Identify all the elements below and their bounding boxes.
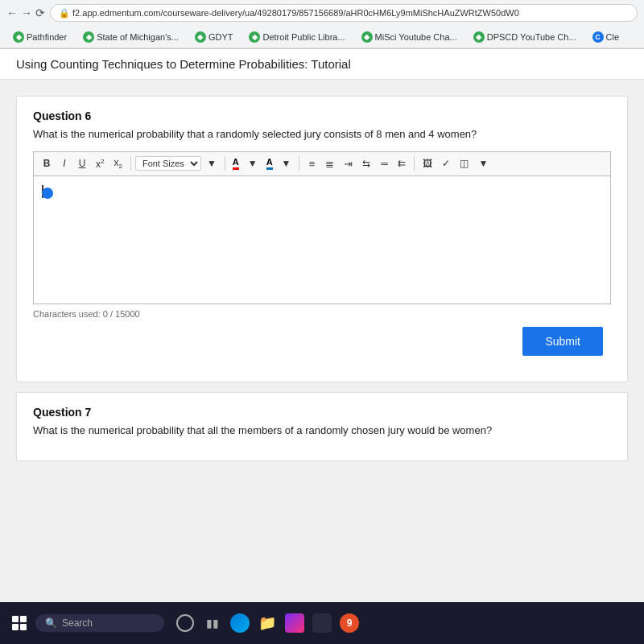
font-color-label: A — [233, 157, 239, 167]
font-color-swatch — [233, 167, 239, 170]
taskbar-cortana-icon[interactable] — [174, 612, 196, 634]
number9-icon: 9 — [340, 613, 359, 633]
highlight-label: A — [266, 157, 273, 167]
bookmark-dpscd[interactable]: ◆ DPSCD YouTube Ch... — [467, 30, 583, 44]
font-color-button[interactable]: A — [229, 156, 242, 171]
question-6-number: Question 6 — [33, 109, 611, 122]
toolbar-divider-3 — [299, 156, 299, 171]
question-7-card: Question 7 What is the numerical probabi… — [16, 392, 628, 461]
editor-area[interactable] — [33, 175, 611, 304]
taskbar-search-box[interactable]: 🔍 Search — [35, 614, 164, 632]
question-7-number: Question 7 — [33, 406, 611, 419]
main-content: Question 6 What is the numerical probabi… — [0, 80, 644, 603]
cortana-circle-icon — [176, 614, 194, 632]
nav-icons: ← → ⟳ — [6, 6, 45, 19]
store-logo-icon — [285, 613, 304, 633]
bookmark-detroit-label: Detroit Public Libra... — [262, 32, 345, 42]
question-6-card: Question 6 What is the numerical probabi… — [16, 96, 628, 382]
bookmark-michigan-label: State of Michigan's... — [97, 32, 179, 42]
toolbar-divider-2 — [225, 156, 225, 171]
bookmark-michigan-icon: ◆ — [83, 31, 94, 43]
highlight-swatch — [266, 167, 273, 170]
bookmark-gdyt[interactable]: ◆ GDYT — [188, 30, 240, 44]
bookmark-c-label: Cle — [606, 32, 620, 42]
taskbar-icons: ▮▮ 📁 9 — [174, 612, 361, 634]
bookmark-gdyt-label: GDYT — [208, 32, 233, 42]
taskbar-dark-icon[interactable] — [311, 612, 333, 634]
back-icon[interactable]: ← — [6, 6, 18, 19]
taskbar-folder-icon[interactable]: 📁 — [256, 612, 279, 634]
taskbar-store-icon[interactable] — [283, 612, 306, 634]
start-button[interactable] — [6, 610, 32, 636]
submit-row: Submit — [33, 327, 611, 356]
bookmark-gdyt-icon: ◆ — [195, 31, 206, 43]
indent-button[interactable]: ⇥ — [340, 156, 357, 171]
bookmark-misci-icon: ◆ — [361, 31, 373, 43]
font-color-dropdown[interactable]: ▼ — [244, 156, 262, 171]
bookmark-detroit-icon: ◆ — [249, 31, 260, 43]
italic-button[interactable]: I — [56, 156, 72, 171]
bookmark-detroit[interactable]: ◆ Detroit Public Libra... — [242, 30, 351, 44]
bookmark-misci[interactable]: ◆ MiSci Youtube Cha... — [355, 30, 464, 44]
unordered-list-button[interactable]: ≡ — [303, 156, 320, 171]
table-dropdown[interactable]: ▼ — [474, 156, 492, 171]
table-button[interactable]: ◫ — [456, 156, 473, 171]
highlight-color-dropdown[interactable]: ▼ — [278, 156, 295, 171]
align-right-button[interactable]: ⇇ — [394, 156, 410, 171]
forward-icon[interactable]: → — [21, 6, 32, 19]
bookmark-dpscd-label: DPSCD YouTube Ch... — [487, 32, 576, 42]
underline-button[interactable]: U — [74, 156, 90, 171]
taskbar-9-icon[interactable]: 9 — [338, 612, 361, 634]
taskbar: 🔍 Search ▮▮ 📁 9 — [0, 602, 644, 644]
highlight-color-button[interactable]: A — [263, 156, 276, 171]
bookmark-pathfinder-icon: ◆ — [13, 31, 24, 43]
page-title: Using Counting Techniques to Determine P… — [16, 57, 351, 71]
question-6-text: What is the numerical probability that a… — [33, 127, 611, 142]
url-box[interactable]: 🔒 f2.app.edmentum.com/courseware-deliver… — [50, 4, 638, 22]
bold-button[interactable]: B — [39, 156, 55, 171]
bookmark-dpscd-icon: ◆ — [473, 31, 485, 43]
toolbar-divider-1 — [130, 156, 131, 171]
taskbar-search-icon: 🔍 — [45, 617, 57, 629]
editor-toolbar: B I U x2 x2 Font Sizes ▼ A ▼ A — [33, 151, 611, 175]
windows-logo-icon — [12, 616, 27, 630]
taskbar-edge-icon[interactable] — [229, 612, 251, 634]
toolbar-divider-4 — [414, 156, 415, 171]
image-button[interactable]: 🖼 — [419, 156, 436, 171]
taskbar-multitask-icon[interactable]: ▮▮ — [201, 612, 224, 634]
reload-icon[interactable]: ⟳ — [35, 6, 45, 19]
bookmark-c-icon: C — [592, 31, 604, 43]
bookmark-c[interactable]: C Cle — [586, 30, 626, 44]
edge-logo-icon — [230, 613, 250, 633]
bookmark-pathfinder[interactable]: ◆ Pathfinder — [6, 30, 73, 44]
subscript-button[interactable]: x2 — [109, 155, 126, 171]
bookmark-pathfinder-label: Pathfinder — [27, 32, 67, 42]
browser-chrome: ← → ⟳ 🔒 f2.app.edmentum.com/courseware-d… — [0, 0, 644, 49]
page-content: Using Counting Techniques to Determine P… — [0, 49, 644, 603]
taskbar-search-text: Search — [62, 617, 93, 629]
page-title-bar: Using Counting Techniques to Determine P… — [0, 49, 644, 80]
ordered-list-button[interactable]: ≣ — [321, 156, 338, 171]
url-text: f2.app.edmentum.com/courseware-delivery/… — [72, 8, 519, 18]
align-left-button[interactable]: ⇆ — [358, 156, 374, 171]
font-sizes-select[interactable]: Font Sizes — [135, 156, 201, 171]
superscript-button[interactable]: x2 — [92, 156, 108, 171]
align-center-button[interactable]: ═ — [376, 156, 392, 171]
char-count: Characters used: 0 / 15000 — [33, 309, 611, 319]
folder-icon: 📁 — [258, 614, 276, 632]
formula-button[interactable]: ✓ — [438, 156, 454, 171]
lock-icon: 🔒 — [59, 8, 70, 19]
bookmark-misci-label: MiSci Youtube Cha... — [375, 32, 457, 42]
dark-app-icon — [312, 613, 332, 633]
editor-bullet — [42, 188, 53, 199]
bookmark-michigan[interactable]: ◆ State of Michigan's... — [76, 30, 185, 44]
font-sizes-dropdown-btn[interactable]: ▼ — [203, 156, 221, 171]
question-7-text: What is the numerical probability that a… — [33, 423, 611, 438]
submit-button[interactable]: Submit — [522, 327, 603, 356]
bookmarks-bar: ◆ Pathfinder ◆ State of Michigan's... ◆ … — [0, 26, 644, 48]
address-bar: ← → ⟳ 🔒 f2.app.edmentum.com/courseware-d… — [0, 0, 644, 26]
